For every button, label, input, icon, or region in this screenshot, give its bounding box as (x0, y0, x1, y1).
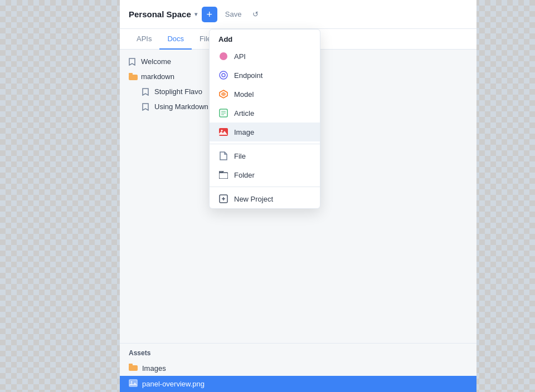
dropdown-item-image[interactable]: Image (210, 122, 320, 141)
tab-apis[interactable]: APIs (129, 29, 159, 50)
model-icon (218, 89, 228, 99)
tree-item-welcome-label: Welcome (141, 57, 171, 66)
dropdown-item-new-project-label: New Project (234, 195, 273, 203)
svg-rect-5 (129, 380, 137, 386)
file-icon (218, 151, 228, 161)
space-selector[interactable]: Personal Space ▾ (129, 9, 197, 19)
endpoint-icon (218, 70, 228, 80)
folder-menu-icon (218, 170, 228, 180)
svg-point-16 (221, 130, 223, 131)
separator-2 (210, 187, 320, 187)
dropdown-item-new-project[interactable]: New Project (210, 189, 320, 208)
bookmark-icon-2 (142, 88, 150, 96)
space-name: Personal Space (129, 9, 191, 19)
dropdown-item-api[interactable]: API (210, 47, 320, 66)
dropdown-item-api-label: API (234, 52, 246, 61)
assets-section: Assets Images (120, 343, 476, 392)
save-button[interactable]: Save (222, 8, 245, 21)
dropdown-item-endpoint[interactable]: Endpoint (210, 66, 320, 85)
dropdown-item-image-label: Image (234, 128, 254, 136)
add-dropdown-menu: Add API Endpoint Model (209, 29, 320, 209)
folder-orange-icon (129, 73, 137, 81)
tree-item-using-markdown-label: Using Markdown (154, 102, 208, 111)
dropdown-item-article[interactable]: Article (210, 104, 320, 122)
image-menu-icon (218, 127, 228, 137)
assets-item-images-label: Images (142, 364, 166, 373)
svg-rect-2 (129, 365, 138, 371)
chevron-down-icon: ▾ (194, 11, 197, 17)
svg-rect-3 (129, 364, 133, 366)
dropdown-item-file-label: File (234, 152, 246, 160)
dropdown-item-file[interactable]: File (210, 146, 320, 165)
tab-docs[interactable]: Docs (159, 29, 192, 50)
dropdown-item-folder[interactable]: Folder (210, 165, 320, 184)
svg-point-8 (222, 74, 225, 77)
svg-point-7 (220, 71, 227, 79)
tree-item-stoplight-flavor-label: Stoplight Flavo (154, 87, 202, 96)
assets-item-panel-overview[interactable]: panel-overview.png (120, 376, 476, 392)
assets-item-panel-overview-label: panel-overview.png (142, 380, 205, 388)
separator-1 (210, 144, 320, 144)
svg-marker-10 (221, 92, 226, 96)
svg-point-6 (131, 381, 133, 383)
api-icon (218, 51, 228, 61)
image-file-icon (129, 379, 138, 389)
svg-rect-17 (219, 173, 228, 179)
bookmark-icon-3 (142, 103, 150, 111)
bookmark-icon (129, 58, 137, 66)
dropdown-item-model-label: Model (234, 90, 254, 99)
tree-item-markdown-label: markdown (141, 72, 174, 81)
dropdown-header: Add (210, 30, 320, 47)
svg-rect-1 (129, 73, 133, 75)
add-button[interactable]: + (202, 7, 217, 22)
dropdown-item-folder-label: Folder (234, 171, 255, 179)
header: Personal Space ▾ + Save ↺ (120, 0, 476, 29)
svg-rect-0 (129, 75, 138, 80)
assets-item-images[interactable]: Images (120, 360, 476, 376)
dropdown-item-model[interactable]: Model (210, 85, 320, 104)
article-icon (218, 108, 228, 118)
assets-header: Assets (120, 344, 476, 360)
dropdown-item-article-label: Article (234, 109, 254, 117)
dropdown-item-endpoint-label: Endpoint (234, 71, 262, 80)
undo-button[interactable]: ↺ (249, 8, 262, 21)
new-project-icon (218, 194, 228, 204)
folder-blue-icon (129, 364, 138, 373)
